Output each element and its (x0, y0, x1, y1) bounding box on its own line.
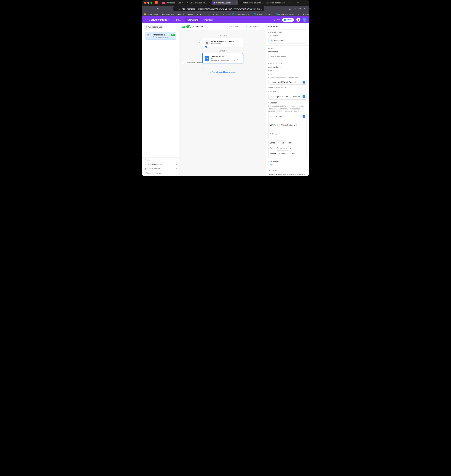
calendar-icon: 📅 (281, 123, 283, 127)
close-tab-icon[interactable]: × (235, 2, 237, 4)
bookmark-item[interactable]: 🌐 (20+) Yammer - The… (254, 13, 274, 15)
automations-list-button[interactable]: ≡ Automations List (144, 25, 163, 29)
add-advanced-logic-button[interactable]: ＋ Add advanced logic or action (202, 68, 243, 76)
chevron-down-icon: ⌄ (286, 146, 288, 150)
automation-name[interactable]: Automation 1 (193, 25, 205, 28)
close-tab-icon[interactable]: × (209, 2, 210, 4)
base-title[interactable]: ContactsSupport ⌄ (149, 18, 172, 21)
add-attachment-button[interactable]: + Add (268, 164, 273, 166)
test-step-header[interactable]: TEST STEP⌄ (268, 170, 307, 171)
notifications-icon[interactable]: ◔ (296, 18, 300, 22)
bookmark-item[interactable]: 🌐 myaccess.amadeus.… (276, 13, 296, 15)
action-details-header: ACTION DETAILS (268, 32, 307, 33)
close-tab-icon[interactable]: × (182, 2, 183, 4)
browser-tab[interactable]: HShortcodes | Hugo× (161, 0, 185, 5)
help-button[interactable]: ⍰ Help (274, 19, 280, 21)
extensions-icon[interactable]: ⬚ (293, 6, 297, 11)
create-section-button[interactable]: ▤Create section+ (144, 167, 177, 171)
description-input[interactable] (268, 54, 307, 59)
bookmark-folder[interactable]: 🗀 macOS (213, 13, 221, 15)
nav-interfaces[interactable]: Interfaces (203, 18, 215, 22)
attachments-label: Attachments (268, 160, 307, 163)
field-token-fullname[interactable]: AfullName ⌄ (276, 146, 289, 151)
bookmark-folder[interactable]: 🗀 Perso (223, 13, 230, 15)
history-icon[interactable]: ↺ (270, 19, 271, 21)
create-automation-button[interactable]: ⚡︎Create automation+ (144, 163, 177, 167)
bookmark-item[interactable]: ✦ Les plus visités (160, 13, 174, 15)
info-icon[interactable]: ⓘ (206, 25, 208, 28)
bookmark-star-icon[interactable]: ☆ (261, 8, 263, 10)
chevron-down-icon[interactable]: ⌄ (171, 19, 172, 21)
downloads-icon[interactable]: ⬇ (283, 6, 287, 11)
lock-icon[interactable]: 🔒 (178, 8, 181, 10)
bookmarks-overflow[interactable]: » (298, 13, 299, 15)
user-avatar[interactable]: S (303, 18, 307, 22)
bookmark-item[interactable]: 🌐 Sensitive Data - DD… (232, 13, 252, 15)
card-menu[interactable]: ⋯ ⠿ (237, 56, 241, 61)
subject-input[interactable]: [Support] Site internet - AfullName ⌄ + (268, 94, 307, 100)
configuration-header[interactable]: CONFIGURATION⌄ (268, 63, 307, 64)
show-more-options[interactable]: Show more options › (268, 86, 286, 88)
tab-overflow-button[interactable]: ﹀ (296, 2, 300, 4)
field-token-email[interactable]: ✉email ⌄ (276, 140, 287, 145)
action-type-select[interactable]: ✉ Send email ⌄ (268, 38, 307, 44)
automation-item[interactable]: ▦ ✉ Automation 1 When a record is create… (145, 32, 176, 39)
url-input[interactable] (182, 8, 260, 10)
mail-icon: ✉ (205, 56, 209, 61)
properties-panel: Properties × ACTION DETAILS Action type … (266, 23, 309, 176)
field-token-fullname[interactable]: AfullName ⌄ (290, 95, 303, 98)
add-token-button[interactable]: + (302, 81, 305, 83)
run-trigger-button[interactable]: ▷ (197, 40, 201, 44)
new-tab-button[interactable]: + (292, 1, 296, 5)
minimize-window[interactable] (147, 2, 149, 4)
maximize-window[interactable] (150, 2, 152, 4)
add-step-icon[interactable]: + (205, 46, 207, 48)
menu-icon[interactable]: ≡ (303, 6, 307, 11)
shield-icon[interactable]: 🛡 (175, 8, 177, 10)
grid-icon: ▦ (205, 40, 210, 45)
browser-tab-active[interactable]: ▦ContactsSupport: Messages× (212, 0, 238, 5)
automation-toggle[interactable] (186, 25, 191, 28)
nav-data[interactable]: Data (174, 18, 182, 22)
back-button[interactable]: ← (144, 6, 148, 11)
bookmark-folder[interactable]: 🗀 Amadeus (186, 13, 195, 15)
labels-header[interactable]: LABELS⌄ (268, 47, 307, 49)
suggested-button[interactable]: ›Suggested for you (144, 171, 177, 174)
url-bar[interactable]: 🛡 🔒 ☆ (173, 6, 264, 11)
field-token-company[interactable]: Acompany ⌄ (278, 151, 291, 156)
trigger-card[interactable]: ▷ ▦ When a record is created In Messages… (202, 38, 243, 47)
browser-tab[interactable]: SAutomatisez sous Mac, S.G. (238, 0, 265, 5)
close-panel-icon[interactable]: × (305, 25, 307, 27)
chevron-down-icon[interactable]: ⌄ (210, 25, 211, 28)
text-icon: A (279, 152, 280, 155)
library-icon[interactable]: ⧉ (298, 6, 302, 11)
grid-icon: ▦ (147, 34, 149, 36)
message-input[interactable]: + # Contact Web Envoyé le 📅initialContac… (268, 113, 307, 159)
share-button[interactable]: 👥 Share (282, 18, 294, 22)
bookmark-folder[interactable]: 🗀 Autres marque-pages (301, 13, 309, 15)
bookmark-folder[interactable]: 🗀 Actions (176, 13, 184, 15)
bookmark-folder[interactable]: 🗀 A11y (197, 13, 204, 15)
text-icon: A (277, 146, 278, 150)
close-window[interactable] (144, 2, 146, 4)
to-input[interactable]: + (268, 80, 307, 85)
browser-tab[interactable]: SDéléguez votre formulaire de× (185, 0, 212, 5)
browser-titlebar: HShortcodes | Hugo× SDéléguez votre form… (142, 0, 309, 6)
add-token-button[interactable]: + (302, 95, 305, 98)
action-card-selected[interactable]: ✉ Send an email To support+web@SylvainGa… (202, 53, 243, 63)
browser-tab[interactable]: Mscroll-padding-top - CSS: C× (265, 0, 292, 5)
review-test-results[interactable]: ✓Review test results (182, 61, 204, 65)
close-tab-icon[interactable]: × (289, 2, 290, 4)
pocket-icon[interactable]: ⌄ (278, 6, 282, 11)
field-token-initialcontact[interactable]: 📅initialContact ⌄ (279, 123, 297, 127)
window-controls (144, 2, 152, 4)
add-token-button[interactable]: + (302, 115, 305, 118)
to-hint: Separate multiple emails with commas (268, 77, 307, 79)
run-history-button[interactable]: ≡ Run History (227, 25, 242, 29)
test-automation-button[interactable]: 🧪 Test Automation (244, 25, 264, 29)
nav-automations[interactable]: Automations (185, 18, 200, 22)
reload-button[interactable]: ⟳ (156, 6, 160, 11)
bookmark-item[interactable]: 🦊 Getting Started (144, 13, 158, 15)
account-icon[interactable]: ⓢ (288, 6, 292, 11)
bookmark-folder[interactable]: 🗀 Tech (205, 13, 211, 15)
